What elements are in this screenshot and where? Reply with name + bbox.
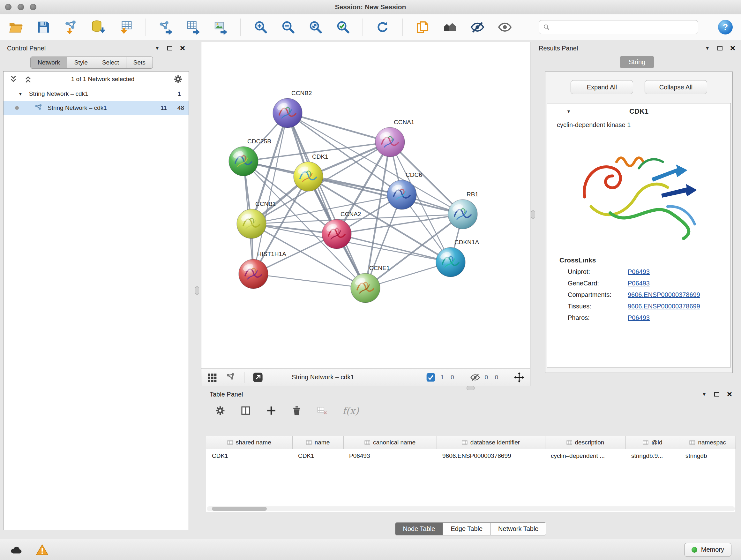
collapse-all-button[interactable]: Collapse All bbox=[645, 80, 707, 94]
table-row[interactable]: CDK1 CDK1 P06493 9606.ENSP00000378699 cy… bbox=[206, 449, 736, 463]
gear-icon[interactable] bbox=[173, 74, 183, 84]
column-header-namespace[interactable]: namespac bbox=[680, 436, 736, 449]
graphics-details-button[interactable] bbox=[470, 19, 485, 35]
column-header-id[interactable]: @id bbox=[625, 436, 680, 449]
network-node-CDC25B[interactable]: CDC25B bbox=[229, 138, 271, 176]
workspace: Control Panel ▼ × Network Style Select S… bbox=[0, 41, 741, 539]
splitter-handle[interactable] bbox=[467, 386, 475, 390]
birds-eye-view-button[interactable] bbox=[497, 19, 513, 35]
close-window-button[interactable] bbox=[5, 4, 11, 10]
string-results-container: Expand All Collapse All ▼ CDK1 cyclin-de… bbox=[545, 71, 733, 373]
import-network-database-button[interactable] bbox=[91, 19, 106, 35]
splitter-handle[interactable] bbox=[531, 210, 535, 219]
import-network-file-button[interactable] bbox=[63, 19, 78, 35]
tab-style[interactable]: Style bbox=[67, 57, 95, 69]
maximize-window-button[interactable] bbox=[30, 4, 37, 10]
zoom-selected-icon bbox=[335, 20, 350, 35]
table-options-gear-icon[interactable] bbox=[215, 405, 226, 416]
column-header-database-identifier[interactable]: database identifier bbox=[436, 436, 545, 449]
splitter-handle[interactable] bbox=[195, 287, 199, 295]
network-node-CCNA1[interactable]: CCNA1 bbox=[375, 119, 414, 157]
duplicate-network-button[interactable] bbox=[415, 19, 430, 35]
uniprot-link[interactable]: P06493 bbox=[628, 268, 650, 275]
network-view-icon[interactable] bbox=[226, 372, 236, 382]
warnings-button[interactable] bbox=[36, 544, 49, 556]
export-image-button[interactable] bbox=[213, 19, 228, 35]
panel-float-icon[interactable] bbox=[167, 46, 172, 51]
crosshair-icon[interactable] bbox=[514, 372, 524, 382]
panel-close-icon[interactable]: × bbox=[180, 44, 185, 53]
scrollbar-thumb[interactable] bbox=[212, 507, 267, 511]
search-input[interactable] bbox=[553, 23, 694, 30]
tissues-link[interactable]: 9606.ENSP00000378699 bbox=[628, 303, 700, 310]
expand-all-icon[interactable] bbox=[9, 75, 17, 84]
network-row-selected[interactable]: String Network – cdk1 11 48 bbox=[3, 101, 189, 115]
control-panel-title: Control Panel bbox=[7, 45, 46, 52]
delete-table-icon-disabled[interactable] bbox=[317, 405, 328, 416]
panel-close-icon[interactable]: × bbox=[730, 44, 735, 53]
network-node-CDKN1A[interactable]: CDKN1A bbox=[436, 239, 479, 277]
panel-menu-icon[interactable]: ▼ bbox=[705, 46, 710, 51]
zoom-selected-button[interactable] bbox=[335, 19, 350, 35]
import-table-button[interactable] bbox=[118, 19, 133, 35]
zoom-fit-button[interactable] bbox=[308, 19, 323, 35]
delete-column-icon[interactable] bbox=[291, 405, 302, 416]
tab-sets[interactable]: Sets bbox=[126, 57, 153, 69]
home-button[interactable] bbox=[442, 19, 458, 35]
detach-view-icon[interactable] bbox=[253, 372, 263, 382]
disclosure-triangle-icon[interactable]: ▼ bbox=[18, 91, 23, 97]
network-node-CCNB2[interactable]: CCNB2 bbox=[273, 90, 312, 128]
panel-menu-icon[interactable]: ▼ bbox=[702, 392, 706, 397]
disclosure-triangle-icon[interactable]: ▼ bbox=[566, 109, 571, 114]
network-node-HIST1H1A[interactable]: HIST1H1A bbox=[239, 251, 286, 289]
gene-section-header[interactable]: ▼ CDK1 bbox=[547, 104, 731, 119]
refresh-button[interactable] bbox=[375, 19, 390, 35]
help-button[interactable]: ? bbox=[718, 20, 733, 35]
expand-all-button[interactable]: Expand All bbox=[570, 80, 633, 94]
network-selection-status: 1 of 1 Network selected bbox=[39, 76, 167, 83]
horizontal-scrollbar[interactable] bbox=[207, 506, 735, 511]
network-node-RB1[interactable]: RB1 bbox=[448, 191, 478, 229]
collapse-all-icon[interactable] bbox=[24, 75, 32, 84]
compartments-link[interactable]: 9606.ENSP00000378699 bbox=[628, 291, 700, 299]
column-header-shared-name[interactable]: shared name bbox=[206, 436, 292, 449]
open-session-button[interactable] bbox=[8, 19, 23, 35]
show-columns-icon[interactable] bbox=[240, 405, 251, 416]
column-header-name[interactable]: name bbox=[292, 436, 343, 449]
column-header-description[interactable]: description bbox=[545, 436, 625, 449]
table-export-icon bbox=[186, 20, 200, 35]
network-list-toolbar: 1 of 1 Network selected bbox=[3, 71, 189, 87]
genecard-link[interactable]: P06493 bbox=[628, 280, 650, 287]
selected-checkbox-icon[interactable] bbox=[426, 372, 436, 382]
panel-close-icon[interactable]: × bbox=[727, 390, 732, 399]
control-panel-tabs: Network Style Select Sets bbox=[30, 57, 189, 69]
tab-select[interactable]: Select bbox=[95, 57, 126, 69]
export-network-button[interactable] bbox=[158, 19, 173, 35]
panel-float-icon[interactable] bbox=[718, 46, 723, 51]
pharos-link[interactable]: P06493 bbox=[628, 314, 650, 321]
add-column-icon[interactable] bbox=[266, 405, 277, 416]
current-network-name: String Network – cdk1 bbox=[292, 374, 354, 381]
tab-network-table[interactable]: Network Table bbox=[490, 522, 546, 536]
panel-float-icon[interactable] bbox=[714, 392, 719, 396]
network-canvas[interactable]: CCNB2CCNA1CDC25BCDK1CDC6RB1CCNB1CCNA2CDK… bbox=[201, 42, 530, 368]
tab-string[interactable]: String bbox=[620, 56, 654, 68]
panel-menu-icon[interactable]: ▼ bbox=[155, 46, 159, 51]
hidden-eye-icon[interactable] bbox=[470, 372, 480, 382]
network-collection-row[interactable]: ▼ String Network – cdk1 1 bbox=[3, 87, 189, 101]
export-table-button[interactable] bbox=[185, 19, 201, 35]
grid-view-icon[interactable] bbox=[207, 372, 217, 382]
minimize-window-button[interactable] bbox=[17, 4, 24, 10]
zoom-in-button[interactable] bbox=[253, 19, 268, 35]
tab-edge-table[interactable]: Edge Table bbox=[443, 522, 490, 536]
cloud-button[interactable] bbox=[10, 544, 22, 556]
tab-node-table[interactable]: Node Table bbox=[395, 522, 443, 536]
zoom-out-button[interactable] bbox=[280, 19, 295, 35]
memory-button[interactable]: Memory bbox=[684, 543, 731, 557]
save-session-button[interactable] bbox=[36, 19, 51, 35]
search-box[interactable] bbox=[539, 20, 698, 34]
network-node-CCNB1[interactable]: CCNB1 bbox=[237, 200, 276, 239]
tab-network[interactable]: Network bbox=[30, 57, 67, 69]
function-builder-button[interactable]: f(x) bbox=[342, 405, 359, 416]
column-header-canonical-name[interactable]: canonical name bbox=[343, 436, 436, 449]
